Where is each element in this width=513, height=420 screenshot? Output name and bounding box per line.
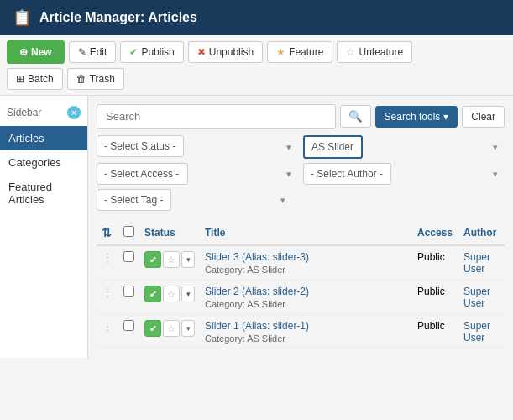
search-tools-label: Search tools — [385, 111, 441, 123]
published-icon[interactable]: ✔ — [144, 320, 161, 337]
author-cell: SuperUser — [458, 281, 505, 315]
checkbox-cell — [118, 281, 139, 315]
chevron-down-icon: ▾ — [443, 111, 448, 123]
page-header: 📋 Article Manager: Articles — [0, 0, 513, 35]
filter-row-2: - Select Access - - Select Author - — [97, 163, 505, 185]
clear-label: Clear — [471, 111, 495, 123]
th-title: Title — [200, 221, 412, 245]
article-title-link[interactable]: Slider 3 (Alias: slider-3) — [205, 251, 407, 263]
title-cell: Slider 3 (Alias: slider-3) Category: AS … — [200, 245, 412, 281]
author-cell: SuperUser — [458, 245, 505, 281]
featured-icon[interactable]: ☆ — [163, 320, 180, 337]
author-filter-wrapper: - Select Author - — [303, 163, 505, 185]
trash-button[interactable]: 🗑 Trash — [67, 68, 124, 90]
sidebar-item-featured[interactable]: Featured Articles — [0, 175, 87, 212]
article-title-link[interactable]: Slider 1 (Alias: slider-1) — [205, 320, 407, 332]
th-author-label: Author — [463, 227, 496, 239]
category-filter[interactable]: AS Slider — [303, 135, 363, 159]
new-label: New — [31, 46, 52, 58]
row-checkbox[interactable] — [123, 286, 134, 297]
author-link[interactable]: SuperUser — [463, 320, 490, 344]
publish-label: Publish — [141, 46, 174, 58]
drag-handle-icon[interactable]: ⋮ — [102, 286, 113, 299]
published-icon[interactable]: ✔ — [144, 251, 161, 268]
access-cell: Public — [412, 281, 458, 315]
tag-filter-wrapper: - Select Tag - — [97, 189, 292, 211]
search-tools-button[interactable]: Search tools ▾ — [375, 106, 458, 128]
th-checkbox — [118, 221, 139, 245]
access-filter[interactable]: - Select Access - — [97, 163, 188, 185]
title-cell: Slider 1 (Alias: slider-1) Category: AS … — [200, 315, 412, 349]
access-value: Public — [417, 251, 445, 263]
th-title-label: Title — [205, 227, 225, 239]
table-row: ⋮ ✔ ☆ ▾ Slider 1 (Alias: slider-1) Categ… — [97, 315, 505, 349]
row-checkbox[interactable] — [123, 251, 134, 262]
feature-label: Feature — [289, 46, 323, 58]
article-category: Category: AS Slider — [205, 299, 407, 309]
status-dropdown-icon[interactable]: ▾ — [181, 251, 195, 268]
select-all-checkbox[interactable] — [123, 226, 134, 237]
access-cell: Public — [412, 245, 458, 281]
article-category: Category: AS Slider — [205, 265, 407, 275]
edit-button[interactable]: ✎ Edit — [69, 41, 117, 63]
title-cell: Slider 2 (Alias: slider-2) Category: AS … — [200, 281, 412, 315]
checkbox-cell — [118, 315, 139, 349]
search-icon: 🔍 — [348, 110, 363, 123]
unfeature-button[interactable]: ☆ Unfeature — [337, 41, 412, 63]
article-manager-icon: 📋 — [13, 8, 31, 27]
sidebar-item-categories[interactable]: Categories — [0, 150, 87, 175]
sidebar: Sidebar ✕ Articles Categories Featured A… — [0, 96, 88, 358]
featured-icon[interactable]: ☆ — [163, 251, 180, 268]
page-title: Article Manager: Articles — [39, 10, 197, 25]
filter-row-1: - Select Status - AS Slider — [97, 135, 505, 159]
search-input[interactable] — [97, 104, 336, 129]
access-cell: Public — [412, 315, 458, 349]
author-link[interactable]: SuperUser — [463, 286, 490, 309]
status-dropdown-icon[interactable]: ▾ — [181, 320, 195, 337]
sidebar-close-button[interactable]: ✕ — [67, 106, 81, 119]
sidebar-item-articles[interactable]: Articles — [0, 126, 87, 150]
author-cell: SuperUser — [458, 315, 505, 349]
batch-label: Batch — [28, 73, 54, 85]
sort-order-icon[interactable]: ⇅ — [102, 226, 112, 239]
sidebar-header: Sidebar ✕ — [0, 102, 87, 126]
status-icons: ✔ ☆ ▾ — [144, 320, 195, 337]
trash-icon: 🗑 — [76, 73, 86, 85]
unfeature-label: Unfeature — [359, 46, 403, 58]
featured-icon[interactable]: ☆ — [163, 286, 180, 302]
access-filter-wrapper: - Select Access - — [97, 163, 298, 185]
th-access: Access — [412, 221, 458, 245]
author-filter[interactable]: - Select Author - — [303, 163, 391, 185]
toolbar-row-2: ⊞ Batch 🗑 Trash — [7, 68, 124, 90]
batch-button[interactable]: ⊞ Batch — [7, 68, 63, 90]
author-link[interactable]: SuperUser — [463, 251, 490, 275]
status-cell: ✔ ☆ ▾ — [139, 315, 200, 349]
status-filter[interactable]: - Select Status - — [97, 135, 184, 157]
article-title-link[interactable]: Slider 2 (Alias: slider-2) — [205, 286, 407, 297]
publish-button[interactable]: ✔ Publish — [120, 41, 183, 63]
row-checkbox[interactable] — [123, 320, 134, 331]
sidebar-title: Sidebar — [7, 107, 41, 118]
clear-button[interactable]: Clear — [462, 106, 505, 128]
status-dropdown-icon[interactable]: ▾ — [181, 286, 195, 302]
published-icon[interactable]: ✔ — [144, 286, 161, 302]
status-cell: ✔ ☆ ▾ — [139, 281, 200, 315]
new-button[interactable]: ⊕ New — [7, 40, 65, 64]
drag-cell: ⋮ — [97, 281, 118, 315]
drag-handle-icon[interactable]: ⋮ — [102, 251, 113, 265]
feature-button[interactable]: ★ Feature — [267, 41, 332, 63]
check-icon: ✔ — [129, 46, 138, 58]
batch-icon: ⊞ — [16, 73, 24, 85]
plus-icon: ⊕ — [19, 46, 28, 58]
category-filter-wrapper: AS Slider — [303, 135, 505, 159]
tag-filter[interactable]: - Select Tag - — [97, 189, 171, 211]
status-icons: ✔ ☆ ▾ — [144, 286, 195, 302]
filters: - Select Status - AS Slider - Select Acc… — [97, 135, 505, 211]
edit-icon: ✎ — [78, 46, 86, 58]
drag-handle-icon[interactable]: ⋮ — [102, 320, 113, 333]
search-submit-button[interactable]: 🔍 — [340, 105, 371, 128]
sidebar-item-label: Featured Articles — [8, 181, 52, 206]
unpublish-button[interactable]: ✖ Unpublish — [188, 41, 263, 63]
sidebar-item-label: Categories — [8, 156, 61, 169]
status-filter-wrapper: - Select Status - — [97, 135, 298, 159]
